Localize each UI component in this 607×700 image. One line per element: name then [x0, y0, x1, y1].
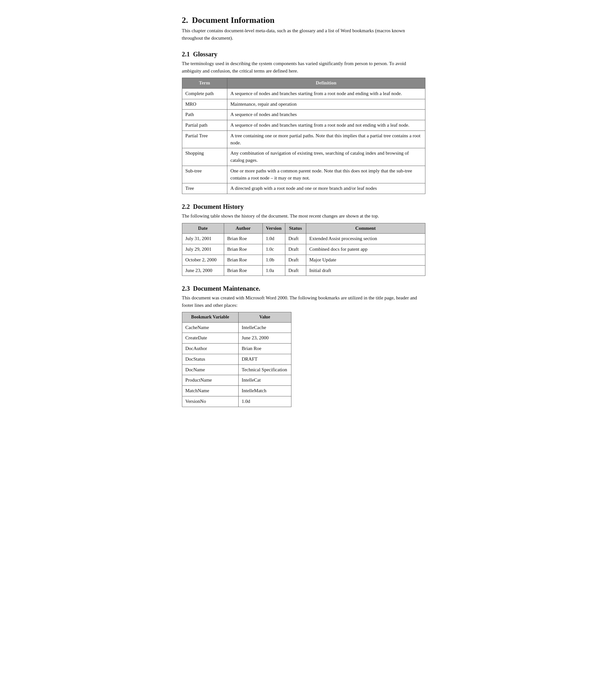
section23-number: 2.3: [182, 285, 190, 292]
bookmark-row: MatchName IntelleMatch: [182, 386, 291, 396]
history-status: Draft: [285, 244, 306, 255]
history-col-author: Author: [224, 223, 263, 234]
section2-title-row: 2. Document Information: [182, 16, 425, 25]
bookmark-value: IntelleCat: [238, 375, 291, 386]
glossary-definition: A sequence of nodes and branches: [227, 109, 425, 120]
section21-intro: The terminology used in describing the s…: [182, 60, 425, 75]
history-status: Draft: [285, 255, 306, 265]
bookmark-name: ProductName: [182, 375, 238, 386]
history-row: July 31, 2001 Brian Roe 1.0d Draft Exten…: [182, 234, 425, 244]
bookmark-value: IntelleCache: [238, 322, 291, 333]
history-table: Date Author Version Status Comment July …: [182, 223, 425, 276]
history-row: October 2, 2000 Brian Roe 1.0b Draft Maj…: [182, 255, 425, 265]
history-author: Brian Roe: [224, 234, 263, 244]
section22-number: 2.2: [182, 203, 190, 211]
glossary-definition: Any combination of navigation of existin…: [227, 148, 425, 166]
glossary-term: Tree: [182, 183, 227, 194]
section2-title: Document Information: [192, 16, 274, 25]
glossary-row: Path A sequence of nodes and branches: [182, 109, 425, 120]
history-col-version: Version: [263, 223, 285, 234]
bookmark-value: Technical Specification: [238, 364, 291, 375]
bookmark-row: CreateDate June 23, 2000: [182, 333, 291, 343]
glossary-term: MRO: [182, 99, 227, 109]
glossary-definition: Maintenance, repair and operation: [227, 99, 425, 109]
bookmark-name: DocName: [182, 364, 238, 375]
glossary-term: Sub-tree: [182, 166, 227, 183]
history-date: July 31, 2001: [182, 234, 224, 244]
glossary-row: Complete path A sequence of nodes and br…: [182, 88, 425, 99]
glossary-table: Term Definition Complete path A sequence…: [182, 78, 425, 194]
bookmark-value: DRAFT: [238, 354, 291, 364]
glossary-term: Partial path: [182, 120, 227, 131]
section21-title-row: 2.1 Glossary: [182, 51, 425, 58]
bookmark-row: DocAuthor Brian Roe: [182, 343, 291, 354]
bookmark-value: 1.0d: [238, 396, 291, 407]
section23-title: Document Maintenance.: [193, 285, 260, 292]
history-version: 1.0b: [263, 255, 285, 265]
history-col-comment: Comment: [306, 223, 425, 234]
glossary-row: Partial Tree A tree containing one or mo…: [182, 131, 425, 148]
history-version: 1.0c: [263, 244, 285, 255]
history-date: June 23, 2000: [182, 265, 224, 276]
section23-intro: This document was created with Microsoft…: [182, 294, 425, 309]
section22-title: Document History: [193, 203, 244, 211]
glossary-definition: A tree containing one or more partial pa…: [227, 131, 425, 148]
section2-number: 2.: [182, 16, 188, 25]
glossary-row: Partial path A sequence of nodes and bra…: [182, 120, 425, 131]
history-col-status: Status: [285, 223, 306, 234]
history-row: June 23, 2000 Brian Roe 1.0a Draft Initi…: [182, 265, 425, 276]
glossary-row: Shopping Any combination of navigation o…: [182, 148, 425, 166]
glossary-definition: A directed graph with a root node and on…: [227, 183, 425, 194]
bookmark-name: VersionNo: [182, 396, 238, 407]
glossary-row: Tree A directed graph with a root node a…: [182, 183, 425, 194]
glossary-definition: A sequence of nodes and branches startin…: [227, 88, 425, 99]
history-version: 1.0d: [263, 234, 285, 244]
bookmark-row: ProductName IntelleCat: [182, 375, 291, 386]
bookmark-value: June 23, 2000: [238, 333, 291, 343]
glossary-term: Path: [182, 109, 227, 120]
history-version: 1.0a: [263, 265, 285, 276]
history-comment: Extended Assist processing section: [306, 234, 425, 244]
history-date: July 29, 2001: [182, 244, 224, 255]
bookmark-row: VersionNo 1.0d: [182, 396, 291, 407]
glossary-definition: A sequence of nodes and branches startin…: [227, 120, 425, 131]
history-date: October 2, 2000: [182, 255, 224, 265]
history-comment: Initial draft: [306, 265, 425, 276]
section2-intro: This chapter contains document-level met…: [182, 27, 425, 42]
bookmark-table: Bookmark Variable Value CacheName Intell…: [182, 312, 291, 407]
bookmark-row: DocStatus DRAFT: [182, 354, 291, 364]
glossary-term: Partial Tree: [182, 131, 227, 148]
glossary-row: Sub-tree One or more paths with a common…: [182, 166, 425, 183]
history-author: Brian Roe: [224, 255, 263, 265]
bookmark-row: CacheName IntelleCache: [182, 322, 291, 333]
bookmark-col-value: Value: [238, 312, 291, 322]
section22-title-row: 2.2 Document History: [182, 203, 425, 211]
glossary-term: Shopping: [182, 148, 227, 166]
bookmark-name: DocStatus: [182, 354, 238, 364]
history-comment: Major Update: [306, 255, 425, 265]
bookmark-name: CreateDate: [182, 333, 238, 343]
bookmark-value: Brian Roe: [238, 343, 291, 354]
bookmark-col-bookmark: Bookmark Variable: [182, 312, 238, 322]
glossary-row: MRO Maintenance, repair and operation: [182, 99, 425, 109]
bookmark-row: DocName Technical Specification: [182, 364, 291, 375]
history-status: Draft: [285, 234, 306, 244]
glossary-col-term: Term: [182, 78, 227, 88]
section21-number: 2.1: [182, 51, 190, 58]
bookmark-name: CacheName: [182, 322, 238, 333]
glossary-term: Complete path: [182, 88, 227, 99]
history-row: July 29, 2001 Brian Roe 1.0c Draft Combi…: [182, 244, 425, 255]
glossary-definition: One or more paths with a common parent n…: [227, 166, 425, 183]
history-author: Brian Roe: [224, 244, 263, 255]
bookmark-name: MatchName: [182, 386, 238, 396]
history-comment: Combined docs for patent app: [306, 244, 425, 255]
history-author: Brian Roe: [224, 265, 263, 276]
glossary-col-def: Definition: [227, 78, 425, 88]
section22-intro: The following table shows the history of…: [182, 213, 425, 220]
section21-title: Glossary: [193, 51, 218, 58]
bookmark-name: DocAuthor: [182, 343, 238, 354]
history-status: Draft: [285, 265, 306, 276]
history-col-date: Date: [182, 223, 224, 234]
section23-title-row: 2.3 Document Maintenance.: [182, 285, 425, 292]
bookmark-value: IntelleMatch: [238, 386, 291, 396]
